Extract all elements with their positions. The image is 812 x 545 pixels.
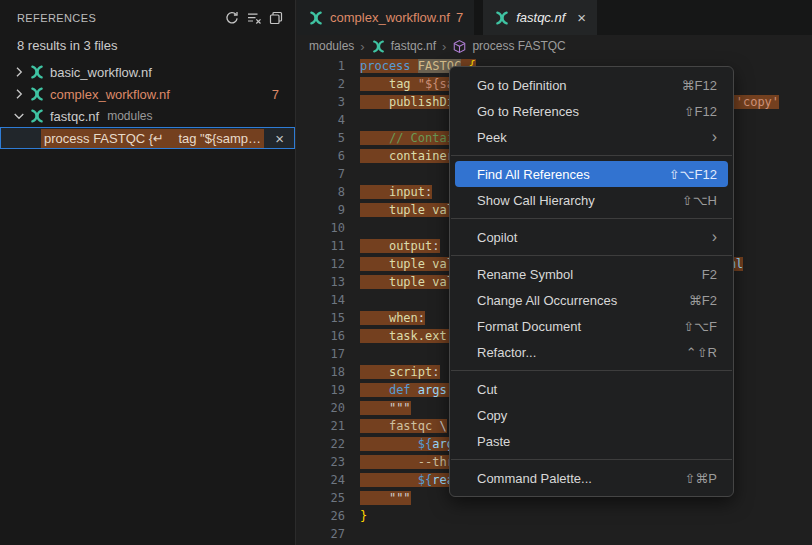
vscode-window: REFERENCES 8 results in 3 files basic_wo…	[0, 0, 812, 545]
menu-item-find-all-references[interactable]: Find All References⇧⌥F12	[455, 161, 728, 187]
breadcrumb-symbol[interactable]: process FASTQC	[472, 39, 565, 53]
code-token	[360, 473, 418, 487]
panel-title: REFERENCES	[17, 12, 221, 24]
menu-item-shortcut: ⇧⌥F12	[669, 167, 717, 182]
line-number: 11	[297, 237, 345, 255]
references-tree: basic_workflow.nfcomplex_workflow.nf7fas…	[0, 61, 295, 149]
chevron-right-icon[interactable]	[10, 64, 27, 80]
menu-item-command-palette[interactable]: Command Palette...⇧⌘P	[450, 465, 733, 491]
menu-item-label: Find All References	[477, 167, 669, 182]
menu-item-go-to-definition[interactable]: Go to Definition⌘F12	[450, 72, 733, 98]
line-number: 15	[297, 309, 345, 327]
match-text: process FASTQC {↵ tag "${samp…	[41, 129, 264, 148]
line-number: 14	[297, 291, 345, 309]
line-number: 18	[297, 363, 345, 381]
dismiss-icon[interactable]: ×	[275, 128, 284, 148]
line-number: 25	[297, 489, 345, 507]
code-token: """	[389, 491, 411, 505]
code-line-26[interactable]: 26}	[297, 507, 812, 525]
code-token: when	[389, 311, 418, 325]
code-token	[411, 59, 418, 73]
refresh-icon[interactable]	[221, 7, 243, 29]
line-number: 23	[297, 453, 345, 471]
reference-range-highlight: when:	[360, 311, 425, 325]
code-token	[360, 239, 389, 253]
context-menu: Go to Definition⌘F12Go to References⇧F12…	[449, 66, 734, 497]
code-token	[360, 491, 389, 505]
line-number: 3	[297, 93, 345, 111]
code-token	[360, 275, 389, 289]
breadcrumb-file[interactable]: fastqc.nf	[391, 39, 436, 53]
menu-item-cut[interactable]: Cut	[450, 376, 733, 402]
code-token: def	[389, 383, 411, 397]
menu-item-format-document[interactable]: Format Document⇧⌥F	[450, 313, 733, 339]
line-number: 13	[297, 273, 345, 291]
code-line-content: output:	[360, 237, 440, 255]
chevron-down-icon[interactable]	[10, 108, 27, 124]
menu-item-rename-symbol[interactable]: Rename SymbolF2	[450, 261, 733, 287]
code-token	[360, 311, 389, 325]
code-line-content: }	[360, 507, 367, 525]
menu-item-shortcut: ⇧⌘P	[684, 471, 717, 486]
chevron-right-icon[interactable]	[10, 86, 27, 102]
menu-item-peek[interactable]: Peek›	[450, 124, 733, 150]
file-name: fastqc.nf	[50, 109, 99, 124]
code-token	[432, 419, 439, 433]
references-panel-header: REFERENCES	[0, 0, 295, 35]
line-number: 2	[297, 75, 345, 93]
menu-item-refactor[interactable]: Refactor...⌃⇧R	[450, 339, 733, 365]
result-count-badge: 7	[272, 87, 279, 102]
menu-item-copilot[interactable]: Copilot›	[450, 224, 733, 250]
menu-item-shortcut: ⌘F12	[682, 78, 717, 93]
code-token: args	[418, 383, 447, 397]
code-token	[360, 95, 389, 109]
menu-item-change-all-occurrences[interactable]: Change All Occurrences⌘F2	[450, 287, 733, 313]
menu-item-label: Go to References	[477, 104, 684, 119]
tab-complex-workflow[interactable]: complex_workflow.nf 7	[297, 0, 474, 35]
line-number: 20	[297, 399, 345, 417]
menu-item-shortcut: ⌃⇧R	[686, 345, 717, 360]
tree-item-fastqc-nf[interactable]: fastqc.nfmodules	[0, 105, 295, 127]
menu-item-show-call-hierarchy[interactable]: Show Call Hierarchy⇧⌥H	[450, 187, 733, 213]
code-token	[360, 257, 389, 271]
tab-bar: complex_workflow.nf 7 fastqc.nf ×	[297, 0, 812, 35]
code-line-content: """	[360, 489, 411, 507]
tab-close-icon[interactable]: ×	[577, 10, 586, 25]
tab-label: complex_workflow.nf	[330, 10, 450, 25]
code-token	[360, 383, 389, 397]
menu-item-shortcut: F2	[702, 267, 717, 282]
code-token: ${	[418, 437, 432, 451]
tree-item-reference-match[interactable]: process FASTQC {↵ tag "${samp…×	[0, 127, 295, 149]
code-line-27[interactable]: 27	[297, 525, 812, 543]
menu-item-label: Go to Definition	[477, 78, 682, 93]
menu-item-go-to-references[interactable]: Go to References⇧F12	[450, 98, 733, 124]
menu-item-copy[interactable]: Copy	[450, 402, 733, 428]
menu-item-paste[interactable]: Paste	[450, 428, 733, 454]
reference-range-highlight: """	[360, 491, 411, 505]
code-token	[360, 149, 389, 163]
tab-fastqc[interactable]: fastqc.nf ×	[483, 0, 597, 35]
symbol-class-icon	[452, 39, 467, 54]
nextflow-file-icon	[29, 108, 45, 124]
code-line-content: input:	[360, 183, 432, 201]
menu-item-label: Show Call Hierarchy	[477, 193, 682, 208]
menu-item-label: Copy	[477, 408, 717, 423]
submenu-chevron-icon: ›	[712, 229, 717, 245]
menu-separator	[451, 370, 732, 371]
chevron-right-icon: ›	[442, 39, 446, 54]
code-token: :	[425, 185, 432, 199]
tree-item-complex-workflow-nf[interactable]: complex_workflow.nf7	[0, 83, 295, 105]
nextflow-file-icon	[29, 64, 45, 80]
reference-range-highlight: script:	[360, 365, 440, 379]
breadcrumb-folder[interactable]: modules	[309, 39, 354, 53]
code-token	[360, 419, 389, 433]
submenu-chevron-icon: ›	[712, 129, 717, 145]
collapse-all-icon[interactable]	[265, 7, 287, 29]
tree-item-basic-workflow-nf[interactable]: basic_workflow.nf	[0, 61, 295, 83]
menu-item-label: Refactor...	[477, 345, 686, 360]
code-token	[360, 401, 389, 415]
code-line-content: when:	[360, 309, 425, 327]
clear-all-icon[interactable]	[243, 7, 265, 29]
code-token	[411, 383, 418, 397]
code-token: """	[389, 401, 411, 415]
